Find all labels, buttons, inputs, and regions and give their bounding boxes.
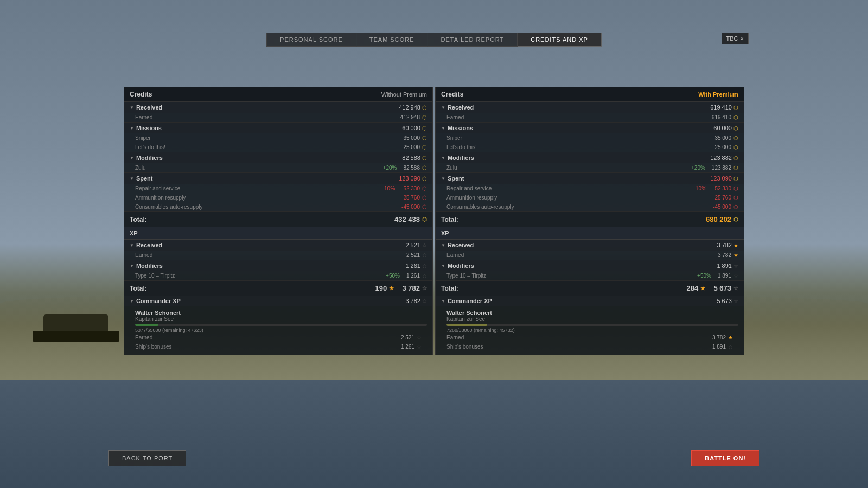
left-xp-total-row: Total: 190 ★ 3 782 ☆ [124,281,432,296]
right-commander-xp-header[interactable]: ▼ Commander XP 5 673 ☆ [436,296,744,306]
left-modifiers-value: 82 588 ⬡ [402,155,427,161]
left-commander-name: Walter Schonert [135,310,427,316]
right-letsdo-value: 25 000 ⬡ [714,144,738,150]
left-ammo-label: Ammunition resupply [135,195,186,201]
arrow-icon: ▼ [441,299,445,304]
right-spent-header[interactable]: ▼ Spent -123 090 ⬡ [436,173,744,184]
left-commander-section: Walter Schonert Kapitän zur See 5377/650… [124,306,432,355]
right-xp-received-header[interactable]: ▼ Received 3 782 ★ [436,240,744,251]
arrow-icon: ▼ [441,176,445,181]
left-letsdo-row: Let's do this! 25 000 ⬡ [124,143,432,152]
left-xp-earned-row: Earned 2 521 ☆ [124,251,432,260]
left-spent-value: -123 090 ⬡ [397,175,427,182]
right-ammo-value: -25 760 ⬡ [713,195,738,201]
arrow-icon: ▼ [130,156,134,160]
right-received-value: 619 410 ⬡ [710,104,738,111]
right-ships-bonuses-label: Ship's bonuses [446,344,483,350]
right-spent-value: -123 090 ⬡ [709,175,739,182]
right-commander-earned-value: 3 782 ★ [712,335,733,341]
right-credits-total-row: Total: 680 202 ⬡ [436,212,744,227]
right-xp-header: XP [436,227,744,240]
right-repair-row: Repair and service -10% -52 330 ⬡ [436,184,744,193]
right-xp-earned-value: 3 782 ★ [718,252,738,258]
left-xp-modifiers-header[interactable]: ▼ Modifiers 1 261 ☆ [124,260,432,271]
right-earned-value: 619 410 ⬡ [712,114,738,120]
right-spent-title: ▼ Spent [441,175,464,182]
right-ships-bonuses-value: 1 891 ☆ [712,344,733,350]
left-commander-earned-label: Earned [135,335,152,341]
main-content: Credits Without Premium ▼ Received 412 9… [124,87,744,355]
left-spent-header[interactable]: ▼ Spent -123 090 ⬡ [124,173,432,184]
battle-on-button[interactable]: BATTLE ON! [691,450,760,466]
bottom-bar: BACK TO PORT BATTLE ON! [0,450,868,466]
right-missions-section: ▼ Missions 60 000 ⬡ Sniper 35 000 ⬡ Let'… [436,123,744,152]
back-to-port-button[interactable]: BACK TO PORT [108,450,186,466]
arrow-icon: ▼ [130,264,134,268]
left-xp-total-label: Total: [130,285,147,292]
right-zulu-row: Zulu +20% 123 882 ⬡ [436,163,744,172]
right-xp-modifiers-header[interactable]: ▼ Modifiers 1 891 ☆ [436,260,744,271]
left-modifiers-header[interactable]: ▼ Modifiers 82 588 ⬡ [124,152,432,163]
tab-team-score[interactable]: TEAM SCORE [356,33,428,47]
left-modifiers-title: ▼ Modifiers [130,155,163,161]
right-modifiers-header[interactable]: ▼ Modifiers 123 882 ⬡ [436,152,744,163]
tab-personal-score[interactable]: PERSONAL SCORE [266,33,356,47]
left-repair-label: Repair and service [135,185,180,191]
left-commander-xp-title: ▼ Commander XP [130,298,181,304]
left-zulu-modifier: +20% [383,165,397,171]
left-xp-tirpitz-value: +50% 1 261 ☆ [386,273,427,279]
left-missions-value: 60 000 ⬡ [402,125,427,131]
right-earned-label: Earned [446,114,464,120]
left-xp-tirpitz-row: Type 10 – Tirpitz +50% 1 261 ☆ [124,271,432,280]
arrow-icon: ▼ [441,126,445,131]
left-xp-received-header[interactable]: ▼ Received 2 521 ☆ [124,240,432,251]
left-sniper-value: 35 000 ⬡ [403,135,427,141]
right-ammo-row: Ammunition resupply -25 760 ⬡ [436,193,744,202]
right-xp-received-value: 3 782 ★ [717,242,738,248]
left-received-header[interactable]: ▼ Received 412 948 ⬡ [124,102,432,113]
left-xp-tirpitz-modifier: +50% [386,273,400,279]
left-ammo-value: -25 760 ⬡ [401,195,427,201]
right-received-header[interactable]: ▼ Received 619 410 ⬡ [436,102,744,113]
right-commander-earned-row: Earned 3 782 ★ [446,333,738,342]
right-consumables-label: Consumables auto-resupply [446,204,514,210]
right-xp-received-title: ▼ Received [441,242,474,248]
tab-credits-and-xp[interactable]: CREDITS AND XP [518,33,602,47]
left-sniper-label: Sniper [135,135,151,141]
tab-detailed-report[interactable]: DETAILED REPORT [428,33,518,47]
ship-silhouette [43,314,108,342]
arrow-icon: ▼ [130,176,134,181]
left-commander-xp-header[interactable]: ▼ Commander XP 3 782 ☆ [124,296,432,306]
left-missions-header[interactable]: ▼ Missions 60 000 ⬡ [124,123,432,133]
right-xp-tirpitz-modifier: +50% [697,273,711,279]
left-xp-bar [135,324,427,326]
right-earned-row: Earned 619 410 ⬡ [436,113,744,122]
right-spent-section: ▼ Spent -123 090 ⬡ Repair and service -1… [436,173,744,212]
left-earned-row: Earned 412 948 ⬡ [124,113,432,122]
arrow-icon: ▼ [130,299,134,304]
right-xp-total-row: Total: 284 ★ 5 673 ☆ [436,281,744,296]
right-xp-earned-label: Earned [446,252,464,258]
left-panel: Credits Without Premium ▼ Received 412 9… [124,87,433,355]
right-commander-xp-title: ▼ Commander XP [441,298,492,304]
right-xp-bar [446,324,738,326]
left-consumables-row: Consumables auto-resupply -45 000 ⬡ [124,202,432,211]
left-total-value: 432 438 ⬡ [394,215,427,223]
right-zulu-modifier: +20% [691,165,705,171]
left-xp-earned-label: Earned [135,252,152,258]
left-earned-value: 412 948 ⬡ [400,114,427,120]
left-letsdo-label: Let's do this! [135,144,165,150]
close-label: TBC [726,35,738,42]
right-xp-tirpitz-row: Type 10 – Tirpitz +50% 1 891 ☆ [436,271,744,280]
left-ammo-row: Ammunition resupply -25 760 ⬡ [124,193,432,202]
right-xp-total-value: 284 ★ 5 673 ☆ [687,284,738,292]
arrow-icon: ▼ [130,105,134,110]
left-total-label: Total: [130,216,147,223]
left-received-value: 412 948 ⬡ [399,104,427,111]
left-commander-xp-value: 3 782 ☆ [405,298,427,304]
left-xp-earned-value: 2 521 ☆ [406,252,427,258]
right-repair-value: -10% -52 330 ⬡ [694,185,738,191]
right-missions-header[interactable]: ▼ Missions 60 000 ⬡ [436,123,744,133]
close-button[interactable]: TBC × [722,33,749,44]
right-xp-earned-row: Earned 3 782 ★ [436,251,744,260]
